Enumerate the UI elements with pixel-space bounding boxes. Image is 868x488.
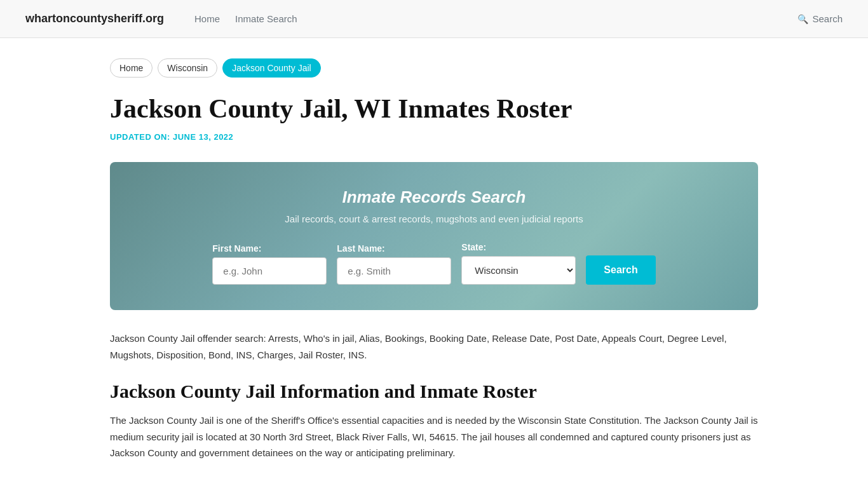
body-text-1: Jackson County Jail offender search: Arr…: [110, 330, 758, 363]
search-icon: 🔍: [797, 14, 808, 24]
search-banner: Inmate Records Search Jail records, cour…: [110, 162, 758, 310]
updated-text: UPDATED ON: JUNE 13, 2022: [110, 132, 758, 142]
search-banner-subtitle: Jail records, court & arrest records, mu…: [140, 214, 728, 224]
search-banner-title: Inmate Records Search: [140, 187, 728, 207]
state-select[interactable]: AlabamaAlaskaArizonaArkansasCaliforniaCo…: [461, 256, 576, 285]
last-name-group: Last Name:: [337, 243, 451, 285]
breadcrumb-home[interactable]: Home: [110, 58, 153, 78]
state-group: State: AlabamaAlaskaArizonaArkansasCalif…: [461, 242, 576, 285]
main-content: Home Wisconsin Jackson County Jail Jacks…: [85, 38, 783, 488]
navbar-search-label: Search: [812, 13, 843, 24]
navbar: whartoncountysheriff.org Home Inmate Sea…: [0, 0, 868, 38]
navbar-links: Home Inmate Search: [194, 13, 777, 24]
breadcrumb: Home Wisconsin Jackson County Jail: [110, 58, 758, 78]
last-name-input[interactable]: [337, 257, 451, 285]
breadcrumb-active[interactable]: Jackson County Jail: [222, 58, 321, 78]
last-name-label: Last Name:: [337, 243, 451, 254]
section-heading: Jackson County Jail Information and Inma…: [110, 381, 758, 402]
state-label: State:: [461, 242, 576, 252]
navbar-link-inmate-search[interactable]: Inmate Search: [235, 13, 297, 24]
breadcrumb-wisconsin[interactable]: Wisconsin: [158, 58, 217, 78]
navbar-link-home[interactable]: Home: [194, 13, 220, 24]
page-title: Jackson County Jail, WI Inmates Roster: [110, 93, 758, 125]
first-name-group: First Name:: [212, 243, 327, 285]
first-name-input[interactable]: [212, 257, 327, 285]
search-button[interactable]: Search: [586, 255, 655, 285]
search-form: First Name: Last Name: State: AlabamaAla…: [140, 242, 728, 285]
navbar-brand[interactable]: whartoncountysheriff.org: [25, 12, 164, 25]
navbar-search[interactable]: 🔍 Search: [797, 13, 843, 24]
body-text-2: The Jackson County Jail is one of the Sh…: [110, 412, 758, 461]
first-name-label: First Name:: [212, 243, 327, 254]
